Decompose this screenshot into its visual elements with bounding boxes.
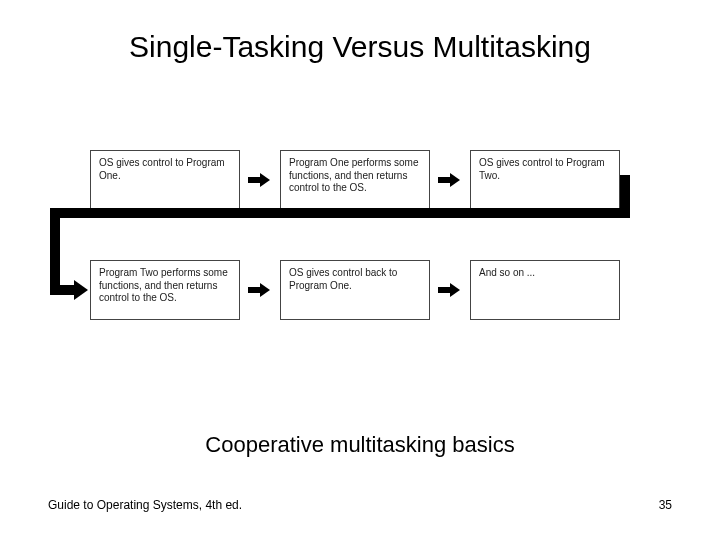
- arrow-head-icon: [74, 280, 88, 300]
- connector-segment: [50, 285, 76, 295]
- flow-box-5: OS gives control back to Program One.: [280, 260, 430, 320]
- page-number: 35: [659, 498, 672, 512]
- flow-box-3: OS gives control to Program Two.: [470, 150, 620, 210]
- connector-segment: [50, 208, 60, 288]
- flow-diagram: OS gives control to Program One. Program…: [90, 150, 630, 380]
- flow-box-2: Program One performs some functions, and…: [280, 150, 430, 210]
- connector-segment: [50, 208, 620, 218]
- arrow-icon: [438, 285, 460, 295]
- arrow-icon: [248, 175, 270, 185]
- connector-segment: [620, 175, 630, 218]
- flow-box-4: Program Two performs some functions, and…: [90, 260, 240, 320]
- arrow-icon: [438, 175, 460, 185]
- arrow-icon: [248, 285, 270, 295]
- footer-source: Guide to Operating Systems, 4th ed.: [48, 498, 242, 512]
- slide-title: Single-Tasking Versus Multitasking: [0, 30, 720, 64]
- flow-box-6: And so on ...: [470, 260, 620, 320]
- figure-caption: Cooperative multitasking basics: [0, 432, 720, 458]
- flow-box-1: OS gives control to Program One.: [90, 150, 240, 210]
